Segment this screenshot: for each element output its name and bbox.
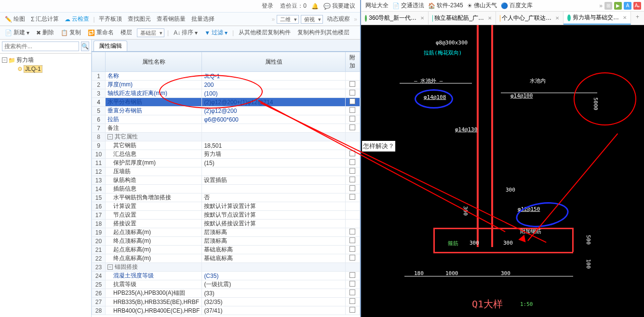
prop-value[interactable]: φ6@600*600 <box>202 115 346 124</box>
prop-value[interactable]: 层顶标高 <box>202 237 346 246</box>
checkbox-icon[interactable] <box>349 255 355 261</box>
prop-extra[interactable] <box>345 185 360 193</box>
browser-tab[interactable]: 独立基础配筋_广…✕ <box>429 12 496 25</box>
top-view-dropdown[interactable]: 俯视 <box>301 15 323 24</box>
search-button[interactable]: 🔍 <box>81 41 89 51</box>
prop-value[interactable]: (C35) <box>202 272 346 280</box>
prop-value[interactable] <box>202 124 346 133</box>
property-row[interactable]: 25抗震等级(一级抗震) <box>92 280 360 289</box>
checkbox-icon[interactable] <box>349 81 355 87</box>
tab-close-icon[interactable]: ✕ <box>623 15 627 20</box>
prop-extra[interactable] <box>345 98 360 107</box>
property-row[interactable]: 11保护层厚度(mm)(15) <box>92 159 360 167</box>
suggest-link[interactable]: 💬 我要建议 <box>322 1 357 11</box>
prop-value[interactable]: (32/35) <box>202 298 346 306</box>
tree-root-shearwall[interactable]: − 📁 剪力墙 <box>1 55 90 65</box>
property-row[interactable]: 7备注 <box>92 124 360 133</box>
checkbox-icon[interactable] <box>349 177 355 182</box>
property-row[interactable]: 9其它钢筋18,501 <box>92 141 360 150</box>
delete-button[interactable]: ✖ 删除 <box>34 28 56 38</box>
prop-extra[interactable] <box>345 220 360 228</box>
view-2d-dropdown[interactable]: 二维 <box>277 15 299 24</box>
prop-extra[interactable] <box>345 107 360 115</box>
copy-from-other-button[interactable]: 从其他楼层复制构件 <box>237 28 293 38</box>
property-row[interactable]: 14插筋信息 <box>92 185 360 193</box>
view-rebar-button[interactable]: 查看钢筋量 <box>155 14 188 24</box>
more-icon[interactable]: » <box>599 2 603 9</box>
floor-dropdown[interactable]: 基础层 <box>137 28 164 37</box>
browser-tab[interactable]: 360导航_新一代…✕ <box>361 12 429 25</box>
align-top-button[interactable]: 平齐板顶 <box>97 14 124 24</box>
collapse-icon[interactable]: − <box>2 57 7 63</box>
prop-value[interactable]: 按默认搭接设置计算 <box>202 220 346 228</box>
prop-extra[interactable] <box>345 272 360 280</box>
tab-close-icon[interactable]: ✕ <box>420 15 424 21</box>
prop-extra[interactable] <box>345 167 360 176</box>
prop-value[interactable] <box>202 263 346 272</box>
property-row[interactable]: 3轴线距左墙皮距离(mm)(100) <box>92 89 360 98</box>
property-row[interactable]: 19起点顶标高(m)层顶标高 <box>92 228 360 237</box>
soft2345-link[interactable]: 🏠软件-2345 <box>428 1 463 10</box>
prop-value[interactable]: 剪力墙 <box>202 150 346 159</box>
prop-extra[interactable] <box>345 237 360 246</box>
prop-extra[interactable] <box>345 228 360 237</box>
grid-icon[interactable]: ⊞ <box>604 2 612 10</box>
property-row[interactable]: 22终点底标高(m)基础底标高 <box>92 254 360 263</box>
checkbox-icon[interactable] <box>349 289 355 295</box>
checkbox-icon[interactable] <box>349 185 355 191</box>
prop-value[interactable]: (2)φ12@200 <box>202 107 346 115</box>
property-row[interactable]: 13纵筋构造设置插筋 <box>92 176 360 185</box>
prop-extra[interactable] <box>345 263 360 272</box>
property-row[interactable]: 16计算设置按默认计算设置计算 <box>92 202 360 211</box>
play-icon[interactable]: ▶ <box>614 2 622 10</box>
checkbox-icon[interactable] <box>349 237 355 243</box>
login-link[interactable]: 登录 <box>260 1 275 11</box>
prop-extra[interactable] <box>345 72 360 81</box>
prop-extra[interactable] <box>345 133 360 141</box>
checkbox-icon[interactable] <box>349 281 355 287</box>
prop-value[interactable]: 按默认节点设置计算 <box>202 211 346 220</box>
prop-extra[interactable] <box>345 193 360 202</box>
find-elem-button[interactable]: 查找图元 <box>126 14 153 24</box>
property-row[interactable]: 28HRB400(C),HRB400E(CE),HRBF(37/41) <box>92 306 360 315</box>
property-row[interactable]: 24混凝土强度等级(C35) <box>92 272 360 280</box>
prop-value[interactable]: 200 <box>202 81 346 89</box>
tree-child-jlq1[interactable]: ⚙ JLQ-1 <box>1 65 90 73</box>
property-row[interactable]: 6拉筋φ6@600*600 <box>92 115 360 124</box>
new-button[interactable]: 📄 新建 ▾ <box>3 28 31 38</box>
property-row[interactable]: 15水平钢筋拐角增加搭接否 <box>92 193 360 202</box>
property-row[interactable]: 4水平分布钢筋(2)φ12@200+(1)φ12@714 <box>92 98 360 107</box>
property-row[interactable]: 17节点设置按默认节点设置计算 <box>92 211 360 220</box>
prop-value[interactable]: 设置插筋 <box>202 176 346 185</box>
property-row[interactable]: 2厚度(mm)200 <box>92 81 360 89</box>
prop-extra[interactable] <box>345 289 360 298</box>
prop-extra[interactable] <box>345 280 360 289</box>
property-row[interactable]: 12压墙筋 <box>92 167 360 176</box>
prop-extra[interactable] <box>345 159 360 167</box>
prop-value[interactable]: 层顶标高 <box>202 228 346 237</box>
checkbox-icon[interactable] <box>349 272 355 278</box>
new-tab-button[interactable]: + <box>631 12 644 25</box>
prop-extra[interactable] <box>345 89 360 98</box>
prop-extra[interactable] <box>345 176 360 185</box>
prop-value[interactable] <box>202 185 346 193</box>
prop-extra[interactable] <box>345 298 360 306</box>
copy-button[interactable]: 📋 复制 <box>59 28 83 38</box>
baidu-wenku-link[interactable]: 🔵百度文库 <box>501 1 533 10</box>
checkbox-icon[interactable] <box>349 151 355 156</box>
tab-close-icon[interactable]: ✕ <box>488 15 492 21</box>
property-row[interactable]: 26HPB235(A),HPB300(A)锚固(33) <box>92 289 360 298</box>
checkbox-icon[interactable] <box>349 168 355 174</box>
prop-extra[interactable] <box>345 150 360 159</box>
checkbox-icon[interactable] <box>349 124 355 130</box>
checkbox-icon[interactable] <box>349 107 355 113</box>
property-row[interactable]: 5垂直分布钢筋(2)φ12@200 <box>92 107 360 115</box>
prop-extra[interactable] <box>345 246 360 254</box>
prop-extra[interactable] <box>345 141 360 150</box>
property-row[interactable]: 8−其它属性 <box>92 133 360 141</box>
property-row[interactable]: 10汇总信息剪力墙 <box>92 150 360 159</box>
property-row[interactable]: 27HRB335(B),HRB335E(BE),HRBF(32/35) <box>92 298 360 306</box>
motion-view-button[interactable]: 动态观察 <box>325 14 352 24</box>
web-all-link[interactable]: 网址大全 <box>364 1 389 10</box>
prop-value[interactable]: (37/41) <box>202 306 346 315</box>
